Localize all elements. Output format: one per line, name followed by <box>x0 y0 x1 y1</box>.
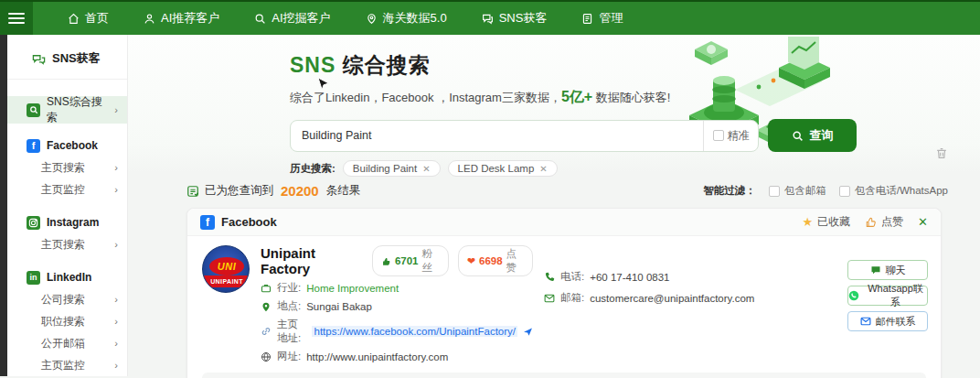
page-title: SNS 综合搜索 <box>290 51 980 80</box>
chevron-right-icon: › <box>114 338 118 349</box>
results-count-line: 已为您查询到 20200 条结果 <box>186 183 360 199</box>
precise-checkbox[interactable] <box>713 130 724 141</box>
location-row: 地点: Sungai Bakap <box>261 299 533 313</box>
instagram-icon <box>27 216 40 230</box>
sidebar-item-label: SNS综合搜索 <box>47 94 108 125</box>
email-contact-button[interactable]: 邮件联系 <box>847 311 928 331</box>
nav-item-admin[interactable]: 管理 <box>581 10 623 27</box>
facebook-icon: f <box>27 139 40 153</box>
nav-item-customs-data[interactable]: 海关数据5.0 <box>366 10 447 27</box>
link-icon <box>261 326 272 337</box>
history-label: 历史搜索: <box>290 162 336 176</box>
results-header: 已为您查询到 20200 条结果 智能过滤： 包含邮箱 包含电话/WhatsAp… <box>128 183 980 199</box>
nav-item-label: AI挖掘客户 <box>272 10 330 27</box>
green-search-icon <box>27 103 40 117</box>
industry-value: Home Improvement <box>306 283 399 294</box>
nav-item-label: SNS获客 <box>499 10 548 27</box>
search-row: 精准 查询 <box>290 119 980 152</box>
facebook-icon: f <box>200 215 215 230</box>
filter-contains-email[interactable]: 包含邮箱 <box>769 184 826 198</box>
precise-toggle[interactable]: 精准 <box>703 121 758 151</box>
sidebar-title: SNS获客 <box>7 35 127 80</box>
followers-badge: 6701 粉丝 <box>372 245 449 276</box>
filter-contains-phone[interactable]: 包含电话/WhatsApp <box>839 184 948 198</box>
nav-item-ai-recommend[interactable]: AI推荐客户 <box>144 10 219 27</box>
phone-icon <box>544 272 555 283</box>
sidebar-item-ig-page-search[interactable]: 主页搜索 › <box>7 233 127 255</box>
search-icon <box>792 130 804 142</box>
sidebar-item-sns-search-active[interactable]: SNS综合搜索 › <box>7 96 127 124</box>
chat-button[interactable]: 聊天 <box>847 260 928 280</box>
smart-filters: 智能过滤： 包含邮箱 包含电话/WhatsApp <box>703 184 948 198</box>
thumbs-up-icon <box>865 216 877 228</box>
clear-history-trash-icon[interactable] <box>935 146 948 160</box>
linkedin-icon: in <box>27 271 40 285</box>
contains-email-checkbox[interactable] <box>769 186 780 197</box>
sidebar-group-header-instagram[interactable]: Instagram <box>7 211 127 233</box>
whatsapp-contact-button[interactable]: Whatsapp联系 <box>847 286 928 306</box>
history-tag[interactable]: Building Paint ✕ <box>343 160 441 177</box>
chevron-right-icon: › <box>114 162 118 173</box>
company-logo: UNI UNIPAINT <box>202 245 250 293</box>
sidebar: SNS获客 SNS综合搜索 › f Facebook 主页搜索 › 主页监控 › <box>7 35 128 376</box>
action-buttons: 聊天 Whatsapp联系 邮件联系 <box>847 245 928 363</box>
main-content: SNS 综合搜索 综合了Linkedin，Facebook ，Instagram… <box>128 35 980 376</box>
chevron-right-icon: › <box>114 104 118 115</box>
facebook-page-link[interactable]: https://www.facebook.com/UnipaintFactory… <box>312 326 517 337</box>
sidebar-item-li-public-email[interactable]: 公开邮箱 › <box>7 332 127 354</box>
results-count: 20200 <box>281 183 319 199</box>
contains-phone-checkbox[interactable] <box>839 186 850 197</box>
chevron-right-icon: › <box>114 239 118 250</box>
results-list-icon <box>186 185 199 198</box>
sidebar-group-header-facebook[interactable]: f Facebook <box>7 135 127 157</box>
globe-icon <box>261 351 272 362</box>
star-icon: ★ <box>802 215 813 229</box>
like-button[interactable]: 点赞 <box>865 214 903 230</box>
search-button[interactable]: 查询 <box>768 119 857 152</box>
hamburger-menu-icon[interactable] <box>0 2 33 35</box>
chevron-right-icon: › <box>114 184 118 195</box>
sidebar-item-li-page-monitor[interactable]: 主页监控 › <box>7 354 127 376</box>
heart-icon: ❤ <box>467 255 475 267</box>
sidebar-item-li-job-search[interactable]: 职位搜索 › <box>7 310 127 332</box>
nav-item-label: 管理 <box>599 10 623 27</box>
remove-tag-icon[interactable]: ✕ <box>422 164 430 174</box>
location-pin-icon <box>261 301 272 312</box>
website-row: 网址: http://www.unipaintfactory.com <box>261 350 533 363</box>
company-name: Unipaint Factory <box>261 245 363 276</box>
phone-value: +60 17-410 0831 <box>590 272 669 283</box>
window-left-edge <box>0 35 7 376</box>
send-plane-icon[interactable] <box>523 327 533 337</box>
sidebar-item-fb-page-search[interactable]: 主页搜索 › <box>7 157 127 178</box>
remove-tag-icon[interactable]: ✕ <box>539 164 547 174</box>
products-summary: 主营产品: Paint Supplies Paint Dealers Build… <box>202 373 926 378</box>
collected-button[interactable]: ★ 已收藏 <box>802 214 850 230</box>
sidebar-item-fb-page-monitor[interactable]: 主页监控 › <box>7 178 127 200</box>
nav-item-home[interactable]: 首页 <box>68 10 109 27</box>
chat-icon <box>870 265 881 275</box>
nav-item-label: 首页 <box>85 10 109 27</box>
search-input[interactable] <box>291 121 703 151</box>
results-section: 已为您查询到 20200 条结果 智能过滤： 包含邮箱 包含电话/WhatsAp… <box>128 172 980 378</box>
chevron-right-icon: › <box>114 360 118 371</box>
email-row: 邮箱: customercare@unipaintfactory.com <box>544 291 836 305</box>
sidebar-item-li-company-search[interactable]: 公司搜索 › <box>7 288 127 310</box>
hero-section: SNS 综合搜索 综合了Linkedin，Facebook ，Instagram… <box>128 35 980 172</box>
result-card-header: f Facebook ★ 已收藏 点赞 ✕ <box>187 209 941 236</box>
chat-icon <box>482 13 494 25</box>
history-row: 历史搜索: Building Paint ✕ LED Desk Lamp ✕ <box>290 160 980 177</box>
briefcase-icon <box>261 283 272 294</box>
nav-item-label: 海关数据5.0 <box>383 10 447 27</box>
location-value: Sungai Bakap <box>306 301 372 312</box>
person-icon <box>144 13 155 25</box>
industry-row: 行业: Home Improvement <box>261 281 533 295</box>
envelope-icon <box>544 293 555 304</box>
home-icon <box>68 13 80 25</box>
sidebar-group-header-linkedin[interactable]: in LinkedIn <box>7 266 127 288</box>
close-icon[interactable]: ✕ <box>918 215 928 229</box>
chevron-right-icon: › <box>114 294 118 305</box>
platform-label: f Facebook <box>200 215 277 230</box>
history-tag[interactable]: LED Desk Lamp ✕ <box>448 160 558 177</box>
nav-item-ai-mining[interactable]: AI挖掘客户 <box>254 10 330 27</box>
nav-item-sns[interactable]: SNS获客 <box>482 10 548 27</box>
